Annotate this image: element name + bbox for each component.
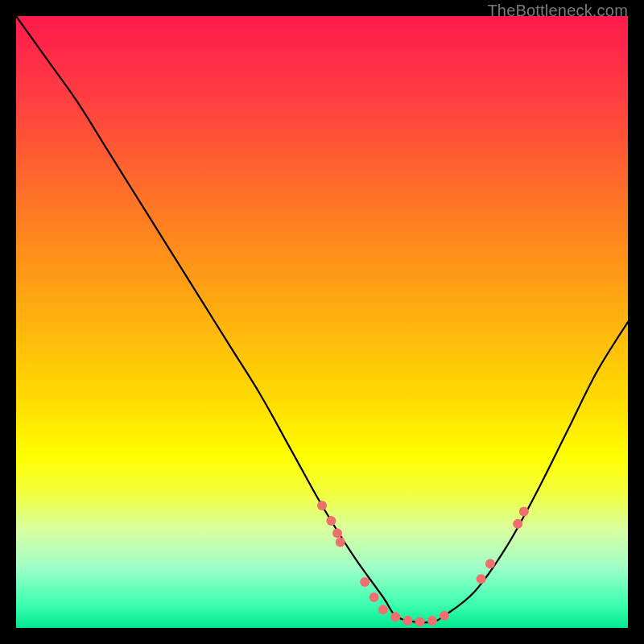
highlight-dot — [332, 528, 342, 538]
highlight-dot — [326, 516, 336, 526]
plot-area — [16, 16, 628, 628]
highlight-dot — [369, 592, 379, 602]
highlight-dots-group — [317, 501, 529, 626]
highlight-dot — [360, 577, 369, 587]
highlight-dot — [415, 617, 425, 626]
highlight-dot — [378, 605, 388, 614]
bottleneck-curve — [16, 16, 628, 622]
chart-container: TheBottleneck.com — [0, 0, 644, 644]
highlight-dot — [519, 507, 529, 517]
highlight-dot — [390, 612, 400, 621]
highlight-dot — [440, 611, 449, 621]
watermark-text: TheBottleneck.com — [487, 2, 628, 20]
highlight-dot — [402, 616, 412, 625]
chart-svg — [16, 16, 628, 628]
highlight-dot — [427, 616, 437, 625]
highlight-dot — [513, 519, 522, 529]
highlight-dot — [336, 538, 345, 547]
highlight-dot — [317, 501, 327, 510]
highlight-dot — [485, 559, 495, 568]
highlight-dot — [477, 574, 486, 584]
